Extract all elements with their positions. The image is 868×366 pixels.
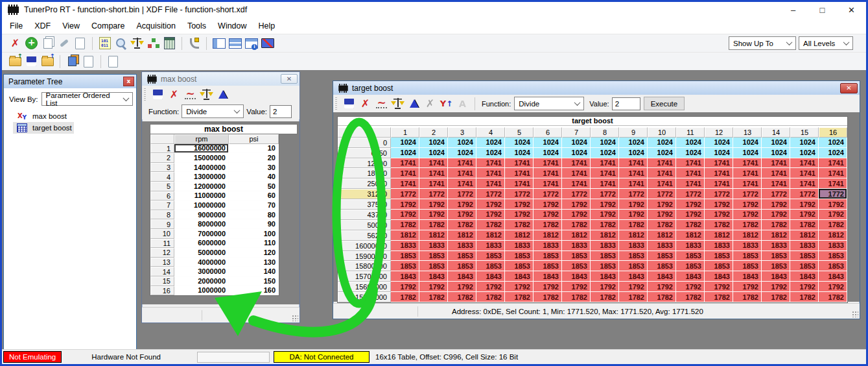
value-cell[interactable]: 1024	[448, 148, 476, 158]
value-cell[interactable]: 1833	[705, 241, 733, 251]
value-cell[interactable]: 1024	[591, 148, 619, 158]
compare-bins-icon[interactable]	[65, 55, 80, 69]
value-cell-rpm[interactable]: 12000000	[174, 182, 229, 191]
value-cell-rpm[interactable]: 11000000	[174, 191, 229, 201]
value-cell[interactable]: 1741	[819, 178, 847, 189]
value-cell[interactable]: 1741	[534, 178, 562, 189]
value-cell[interactable]: 1024	[505, 138, 534, 148]
value-cell[interactable]: 1024	[419, 138, 448, 148]
value-cell[interactable]: 1792	[790, 199, 819, 210]
value-cell[interactable]: 1792	[476, 199, 505, 210]
value-cell[interactable]: 1812	[733, 230, 762, 241]
row-number[interactable]: 2	[150, 153, 174, 163]
col-header-12[interactable]: 12	[705, 127, 733, 138]
row-header-18750[interactable]: 18750	[338, 168, 391, 178]
value-cell[interactable]: 1024	[819, 148, 847, 158]
value-cell-psi[interactable]: 80	[229, 210, 279, 220]
value-cell[interactable]: 1741	[762, 158, 790, 169]
value-cell-rpm[interactable]: 9000000	[174, 210, 229, 220]
value-cell[interactable]: 1792	[619, 199, 648, 210]
value-cell[interactable]: 1812	[505, 230, 534, 241]
value-cell[interactable]: 1853	[505, 251, 534, 262]
row-number[interactable]: 4	[150, 172, 174, 182]
value-cell[interactable]: 1772	[790, 189, 819, 199]
value-cell[interactable]: 1024	[562, 148, 591, 158]
value-cell[interactable]: 1782	[762, 292, 790, 302]
row-number[interactable]: 14	[150, 267, 174, 276]
row-header-15700000[interactable]: 15700000	[338, 271, 391, 282]
value-cell[interactable]: 1812	[676, 230, 705, 241]
value-cell[interactable]: 1833	[448, 241, 476, 251]
value-cell[interactable]: 1024	[648, 148, 676, 158]
value-cell[interactable]: 1782	[733, 292, 762, 302]
target-boost-close-icon[interactable]: ✕	[840, 83, 858, 93]
value-cell[interactable]: 1782	[705, 220, 733, 230]
value-cell[interactable]: 1853	[591, 261, 619, 271]
value-cell[interactable]: 1792	[705, 282, 733, 292]
value-cell[interactable]: 1853	[562, 261, 591, 271]
value-cell[interactable]: 1782	[591, 220, 619, 230]
row-number[interactable]: 12	[150, 248, 174, 258]
value-cell[interactable]: 1792	[476, 210, 505, 220]
row-number[interactable]: 6	[150, 191, 174, 201]
value-cell[interactable]: 1792	[476, 282, 505, 292]
value-cell[interactable]: 1792	[391, 282, 419, 292]
value-cell[interactable]: 1792	[762, 199, 790, 210]
value-cell[interactable]: 1741	[705, 158, 733, 169]
row-number[interactable]: 1	[150, 144, 174, 154]
value-cell[interactable]: 1843	[562, 271, 591, 282]
value-cell-rpm[interactable]: 14000000	[174, 163, 229, 173]
value-cell[interactable]: 1792	[562, 282, 591, 292]
value-cell[interactable]: 1024	[676, 148, 705, 158]
value-cell[interactable]: 1792	[448, 210, 476, 220]
value-cell[interactable]: 1843	[591, 271, 619, 282]
value-cell[interactable]: 1853	[534, 261, 562, 271]
value-cell-psi[interactable]: 70	[229, 201, 279, 210]
value-cell[interactable]: 1843	[476, 271, 505, 282]
value-cell[interactable]: 1741	[419, 158, 448, 169]
value-cell[interactable]: 1792	[733, 199, 762, 210]
value-cell[interactable]: 1741	[534, 158, 562, 169]
value-cell[interactable]: 1853	[391, 261, 419, 271]
value-cell[interactable]: 1782	[676, 220, 705, 230]
value-cell[interactable]: 1792	[790, 282, 819, 292]
value-cell[interactable]: 1024	[790, 138, 819, 148]
parameter-tree-close-icon[interactable]: x	[123, 77, 134, 86]
levels-dropdown[interactable]: All Levels	[799, 36, 853, 50]
value-cell[interactable]: 1812	[448, 230, 476, 241]
value-cell[interactable]: 1772	[505, 189, 534, 199]
value-cell[interactable]: 1792	[733, 210, 762, 220]
value-cell[interactable]: 1782	[705, 292, 733, 302]
value-cell[interactable]: 1812	[648, 230, 676, 241]
value-cell[interactable]: 1833	[562, 241, 591, 251]
value-cell-rpm[interactable]: 13000000	[174, 172, 229, 182]
value-cell[interactable]: 1792	[591, 282, 619, 292]
value-cell[interactable]: 1772	[648, 189, 676, 199]
value-cell-psi[interactable]: 160	[229, 286, 279, 296]
value-cell[interactable]: 1024	[391, 138, 419, 148]
value-cell[interactable]: 1741	[591, 158, 619, 169]
row-header-15600000[interactable]: 15600000	[338, 282, 391, 292]
row-number[interactable]: 13	[150, 258, 174, 267]
delete-icon[interactable]	[358, 97, 373, 111]
value-cell[interactable]: 1782	[562, 220, 591, 230]
value-cell[interactable]: 1843	[676, 271, 705, 282]
value-cell[interactable]: 1792	[562, 199, 591, 210]
value-cell[interactable]: 1792	[676, 210, 705, 220]
value-cell[interactable]: 1782	[733, 220, 762, 230]
value-cell[interactable]: 1741	[562, 178, 591, 189]
value-cell[interactable]: 1024	[705, 148, 733, 158]
value-cell[interactable]: 1812	[534, 230, 562, 241]
col-header-13[interactable]: 13	[733, 127, 762, 138]
value-cell[interactable]: 1024	[476, 148, 505, 158]
value-cell-psi[interactable]: 30	[229, 163, 279, 173]
value-cell[interactable]: 1843	[762, 271, 790, 282]
delete-icon[interactable]	[167, 88, 182, 102]
value-cell[interactable]: 1741	[476, 168, 505, 178]
value-cell[interactable]: 1741	[705, 168, 733, 178]
value-cell-psi[interactable]: 60	[229, 191, 279, 201]
value-input[interactable]	[612, 97, 640, 110]
value-cell[interactable]: 1772	[705, 189, 733, 199]
value-cell[interactable]: 1833	[676, 241, 705, 251]
value-cell[interactable]: 1782	[819, 292, 847, 302]
